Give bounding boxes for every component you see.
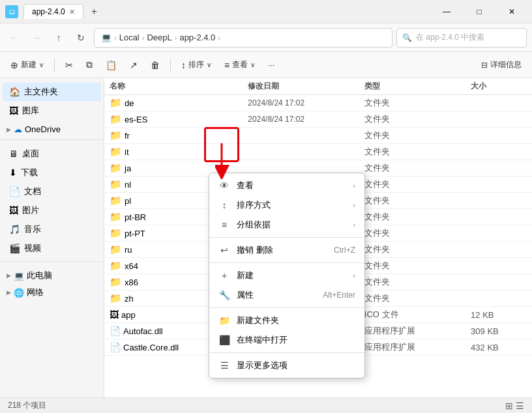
table-row[interactable]: 📁es-ES 2024/8/24 17:02 文件夹	[104, 111, 532, 128]
sidebar-item-desktop[interactable]: 🖥 桌面	[3, 145, 101, 163]
up-btn[interactable]: ↑	[50, 29, 68, 47]
search-icon: 🔍	[402, 33, 412, 42]
sidebar-item-gallery[interactable]: 🖼 图库	[3, 102, 101, 120]
view-btn[interactable]: ≡ 查看 ∨	[219, 55, 260, 75]
paste-btn[interactable]: 📋	[100, 55, 122, 75]
statusbar: 218 个项目 ⊞ ☰	[0, 397, 532, 413]
file-type: 文件夹	[359, 177, 466, 193]
delete-icon: 🗑	[151, 60, 160, 70]
file-name: 📁fr	[110, 130, 237, 141]
ctx-new[interactable]: + 新建 ›	[209, 266, 364, 285]
active-tab[interactable]: app-2.4.0 ✕	[23, 4, 83, 19]
ctx-undo-label: 撤销 删除	[237, 244, 327, 256]
grid-view-icon[interactable]: ⊞	[505, 401, 513, 411]
ctx-props[interactable]: 🔧 属性 Alt+Enter	[209, 285, 364, 305]
breadcrumb-bar[interactable]: 💻 › Local › DeepL › app-2.4.0 ›	[94, 28, 392, 48]
ctx-more-icon: ☰	[218, 360, 230, 371]
ctx-view[interactable]: 👁 查看 ›	[209, 176, 364, 195]
back-btn[interactable]: ←	[5, 29, 23, 47]
sidebar-item-video[interactable]: 🎬 视频	[3, 239, 101, 257]
sort-btn[interactable]: ↕ 排序 ∨	[176, 55, 216, 75]
sidebar-item-network[interactable]: ▶ 🌐 网络	[0, 283, 104, 300]
table-row[interactable]: 📁fr 文件夹	[104, 128, 532, 144]
folder-icon: 📁	[110, 195, 122, 206]
sidebar-item-onedrive[interactable]: ▶ ☁ OneDrive	[0, 121, 104, 135]
col-type[interactable]: 类型	[359, 78, 466, 95]
ctx-newfolder[interactable]: 📁 新建文件夹	[209, 311, 364, 330]
detail-label: 详细信息	[490, 59, 522, 70]
ctx-more[interactable]: ☰ 显示更多选项	[209, 356, 364, 375]
bc-app[interactable]: app-2.4.0	[179, 33, 215, 42]
new-btn[interactable]: ⊕ 新建 ∨	[5, 55, 49, 75]
new-label: 新建	[21, 59, 37, 70]
sidebar: 🏠 主文件夹 🖼 图库 ▶ ☁ OneDrive 🖥 桌面 ⬇ 下载 📄 文档	[0, 78, 104, 397]
file-name: 📁it	[110, 146, 237, 158]
folder-icon: 📁	[110, 178, 122, 190]
file-size	[466, 291, 532, 307]
list-view-icon[interactable]: ☰	[516, 401, 524, 411]
sidebar-desktop-label: 桌面	[22, 148, 39, 160]
table-row[interactable]: 📁de 2024/8/24 17:02 文件夹	[104, 95, 532, 111]
docs-icon: 📄	[9, 186, 20, 197]
search-placeholder: 在 app-2.4.0 中搜索	[416, 32, 484, 43]
file-modified: 2024/8/24 17:02	[243, 111, 359, 128]
refresh-btn[interactable]: ↻	[72, 29, 90, 47]
sidebar-item-pics[interactable]: 🖼 图片	[3, 201, 101, 220]
more-btn[interactable]: ···	[263, 55, 280, 75]
col-size[interactable]: 大小	[466, 78, 532, 95]
ctx-terminal[interactable]: ⬛ 在终端中打开	[209, 330, 364, 350]
sidebar-item-home[interactable]: 🏠 主文件夹	[3, 83, 101, 101]
sidebar-item-music[interactable]: 🎵 音乐	[3, 220, 101, 238]
table-row[interactable]: 📁it 文件夹	[104, 144, 532, 160]
bc-deepl[interactable]: DeepL	[147, 33, 171, 42]
minimize-btn[interactable]: —	[432, 0, 462, 23]
close-btn[interactable]: ✕	[497, 0, 527, 23]
video-icon: 🎬	[9, 243, 20, 253]
file-size	[466, 95, 532, 111]
file-size	[466, 160, 532, 177]
sidebar-gallery-label: 图库	[22, 105, 39, 117]
ctx-view-label: 查看	[237, 180, 346, 192]
ctx-undo[interactable]: ↩ 撤销 删除 Ctrl+Z	[209, 240, 364, 260]
detail-icon: ⊟	[481, 61, 488, 70]
maximize-btn[interactable]: □	[464, 0, 494, 23]
sidebar-item-downloads[interactable]: ⬇ 下载	[3, 164, 101, 182]
file-type: 文件夹	[359, 258, 466, 274]
context-menu: 👁 查看 › ↕ 排序方式 › ≡ 分组依据 › ↩ 撤销 删除 Ctrl+Z …	[209, 173, 365, 378]
forward-btn[interactable]: →	[27, 29, 46, 47]
sidebar-net-label: 网络	[27, 287, 44, 298]
bc-local[interactable]: Local	[119, 33, 140, 42]
download-icon: ⬇	[9, 167, 17, 178]
computer-icon: 💻	[101, 33, 111, 42]
new-chevron: ∨	[39, 61, 44, 68]
file-modified	[243, 128, 359, 144]
col-modified[interactable]: 修改日期	[243, 78, 359, 95]
tab-close-btn[interactable]: ✕	[69, 8, 75, 16]
folder-icon: 📁	[110, 227, 122, 239]
app-icon: 🗂	[5, 5, 18, 18]
copy-btn[interactable]: ⧉	[81, 55, 98, 75]
detail-btn[interactable]: ⊟ 详细信息	[476, 55, 527, 75]
folder-icon: 📁	[110, 130, 122, 141]
cut-btn[interactable]: ✂	[60, 55, 78, 75]
sidebar-item-pc[interactable]: ▶ 💻 此电脑	[0, 266, 104, 283]
folder-icon: 📁	[110, 162, 122, 174]
col-name[interactable]: 名称	[104, 78, 243, 95]
file-modified	[243, 144, 359, 160]
search-box[interactable]: 🔍 在 app-2.4.0 中搜索	[396, 28, 527, 48]
share-btn[interactable]: ↗	[125, 55, 143, 75]
onedrive-icon: ☁	[14, 124, 22, 134]
paste-icon: 📋	[106, 60, 117, 70]
sidebar-item-docs[interactable]: 📄 文档	[3, 182, 101, 201]
new-tab-btn[interactable]: +	[86, 6, 102, 18]
tab-strip: app-2.4.0 ✕ +	[23, 4, 102, 19]
view-chevron: ∨	[250, 61, 255, 68]
new-icon: ⊕	[10, 60, 18, 70]
delete-btn[interactable]: 🗑	[145, 55, 165, 75]
ctx-group[interactable]: ≡ 分组依据 ›	[209, 215, 364, 235]
file-size	[466, 111, 532, 128]
ctx-undo-icon: ↩	[218, 245, 230, 255]
sidebar-onedrive-label: OneDrive	[25, 124, 61, 134]
ctx-sort[interactable]: ↕ 排序方式 ›	[209, 195, 364, 215]
sidebar-download-label: 下载	[21, 167, 38, 178]
